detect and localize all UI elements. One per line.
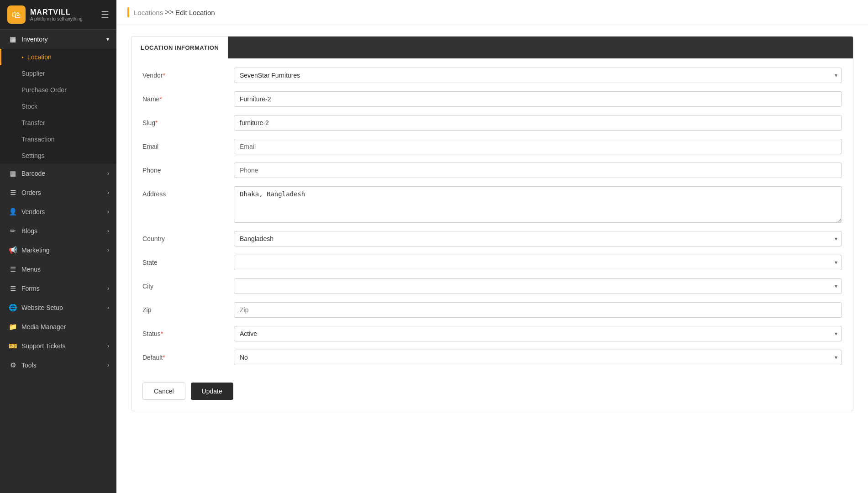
tools-chevron: › — [107, 362, 109, 368]
support-icon: 🎫 — [9, 342, 17, 350]
sidebar-item-location-label: Location — [27, 53, 52, 61]
form-card-title: LOCATION INFORMATION — [132, 38, 228, 58]
city-row: City ▾ — [142, 278, 842, 294]
sidebar-item-forms[interactable]: ☰ Forms › — [0, 279, 116, 298]
vendor-select-wrapper: SevenStar Furnitures ▾ — [234, 68, 842, 83]
status-label: Status* — [142, 326, 225, 337]
name-row: Name* — [142, 91, 842, 107]
blogs-chevron: › — [107, 228, 109, 234]
hamburger-icon[interactable]: ☰ — [101, 9, 109, 20]
sidebar-item-settings-label: Settings — [21, 152, 45, 159]
main-content: Locations >> Edit Location LOCATION INFO… — [116, 0, 868, 493]
default-required: * — [163, 354, 165, 361]
city-select[interactable] — [234, 278, 842, 294]
country-select[interactable]: Bangladesh — [234, 231, 842, 246]
update-button[interactable]: Update — [191, 383, 233, 400]
sidebar-item-settings[interactable]: Settings — [0, 147, 116, 164]
logo-title: MARTVILL — [30, 8, 83, 16]
breadcrumb-link[interactable]: Locations — [134, 9, 163, 16]
form-container: LOCATION INFORMATION Vendor* SevenStar F… — [116, 25, 868, 422]
slug-row: Slug* — [142, 115, 842, 131]
phone-row: Phone — [142, 163, 842, 178]
sidebar-item-support-tickets[interactable]: 🎫 Support Tickets › — [0, 336, 116, 356]
inventory-icon: ▦ — [9, 35, 17, 43]
state-row: State ▾ — [142, 255, 842, 270]
default-select-wrapper: No Yes ▾ — [234, 350, 842, 365]
zip-row: Zip — [142, 302, 842, 318]
phone-input[interactable] — [234, 163, 842, 178]
sidebar-item-media-manager[interactable]: 📁 Media Manager — [0, 317, 116, 336]
address-input[interactable]: Dhaka, Bangladesh — [234, 186, 842, 223]
sidebar-item-stock[interactable]: Stock — [0, 98, 116, 115]
sidebar-item-transaction[interactable]: Transaction — [0, 131, 116, 147]
state-label: State — [142, 255, 225, 266]
breadcrumb-current: Edit Location — [175, 9, 215, 16]
sidebar-item-vendors-label: Vendors — [21, 208, 45, 215]
slug-input[interactable] — [234, 115, 842, 131]
sidebar-item-inventory[interactable]: ▦ Inventory ▾ — [0, 30, 116, 49]
name-input[interactable] — [234, 91, 842, 107]
sidebar-item-menus-label: Menus — [21, 266, 41, 273]
default-label: Default* — [142, 350, 225, 361]
slug-required: * — [155, 119, 158, 126]
country-select-wrapper: Bangladesh ▾ — [234, 231, 842, 246]
sidebar-item-supplier[interactable]: Supplier — [0, 65, 116, 82]
country-row: Country Bangladesh ▾ — [142, 231, 842, 246]
default-select[interactable]: No Yes — [234, 350, 842, 365]
city-select-wrapper: ▾ — [234, 278, 842, 294]
status-select-wrapper: Active Inactive ▾ — [234, 326, 842, 341]
form-actions: Cancel Update — [132, 383, 853, 411]
sidebar-item-blogs[interactable]: ✏ Blogs › — [0, 221, 116, 241]
breadcrumb: Locations >> Edit Location — [134, 8, 215, 16]
sidebar-item-marketing[interactable]: 📢 Marketing › — [0, 241, 116, 260]
form-card-header-bar — [228, 37, 853, 58]
status-row: Status* Active Inactive ▾ — [142, 326, 842, 341]
orders-icon: ☰ — [9, 189, 17, 197]
support-chevron: › — [107, 343, 109, 349]
state-select-wrapper: ▾ — [234, 255, 842, 270]
sidebar-item-transfer[interactable]: Transfer — [0, 115, 116, 131]
vendors-chevron: › — [107, 209, 109, 215]
status-select[interactable]: Active Inactive — [234, 326, 842, 341]
orders-chevron: › — [107, 189, 109, 196]
sidebar-item-transfer-label: Transfer — [21, 119, 45, 126]
sidebar-logo: 🛍 MARTVILL A platform to sell anything ☰ — [0, 0, 116, 30]
email-label: Email — [142, 139, 225, 150]
email-input[interactable] — [234, 139, 842, 154]
barcode-icon: ▦ — [9, 169, 17, 178]
form-body: Vendor* SevenStar Furnitures ▾ Name* — [132, 58, 853, 383]
barcode-chevron: › — [107, 170, 109, 177]
zip-input[interactable] — [234, 302, 842, 318]
sidebar: 🛍 MARTVILL A platform to sell anything ☰… — [0, 0, 116, 493]
form-card-header: LOCATION INFORMATION — [132, 37, 853, 58]
sidebar-item-vendors[interactable]: 👤 Vendors › — [0, 202, 116, 221]
sidebar-item-purchase-order[interactable]: Purchase Order — [0, 82, 116, 98]
sidebar-item-menus[interactable]: ☰ Menus — [0, 260, 116, 279]
slug-label: Slug* — [142, 115, 225, 126]
blogs-icon: ✏ — [9, 227, 17, 235]
sidebar-item-tools[interactable]: ⚙ Tools › — [0, 356, 116, 375]
sidebar-item-orders[interactable]: ☰ Orders › — [0, 183, 116, 202]
sidebar-item-stock-label: Stock — [21, 103, 37, 110]
sidebar-item-barcode[interactable]: ▦ Barcode › — [0, 164, 116, 183]
sidebar-item-website-setup[interactable]: 🌐 Website Setup › — [0, 298, 116, 317]
sidebar-item-website-setup-label: Website Setup — [21, 304, 63, 311]
country-label: Country — [142, 231, 225, 242]
marketing-chevron: › — [107, 247, 109, 253]
sidebar-item-location[interactable]: ● Location — [0, 49, 116, 65]
page-header: Locations >> Edit Location — [116, 0, 868, 25]
sidebar-item-purchase-order-label: Purchase Order — [21, 86, 67, 94]
page-accent — [127, 7, 129, 17]
state-select[interactable] — [234, 255, 842, 270]
cancel-button[interactable]: Cancel — [142, 383, 185, 400]
address-row: Address Dhaka, Bangladesh — [142, 186, 842, 223]
sidebar-item-inventory-label: Inventory — [21, 36, 48, 43]
tools-icon: ⚙ — [9, 361, 17, 369]
logo-subtitle: A platform to sell anything — [30, 16, 83, 21]
status-required: * — [161, 330, 163, 337]
media-icon: 📁 — [9, 323, 17, 331]
vendor-select[interactable]: SevenStar Furnitures — [234, 68, 842, 83]
vendors-icon: 👤 — [9, 208, 17, 216]
marketing-icon: 📢 — [9, 246, 17, 254]
forms-chevron: › — [107, 285, 109, 292]
